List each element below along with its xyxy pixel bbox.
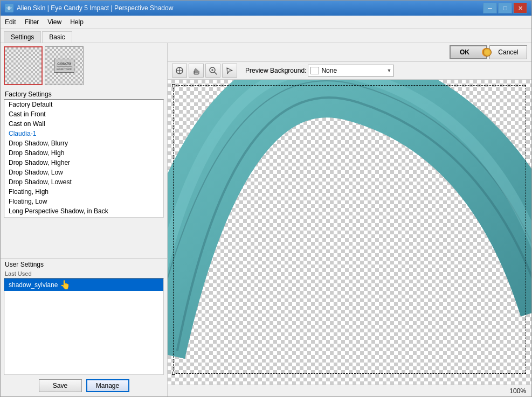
selection-handle-tl <box>172 84 175 87</box>
navigate-tool-icon[interactable] <box>172 64 187 78</box>
tool-row: Preview Background: None ▼ <box>168 62 531 80</box>
ok-cancel-toolbar: OK Cancel <box>168 43 531 62</box>
title-bar: 👁 Alien Skin | Eye Candy 5 Impact | Pers… <box>1 1 531 16</box>
list-item[interactable]: Drop Shadow, Lowest <box>4 177 163 187</box>
right-panel: OK Cancel <box>168 43 531 396</box>
list-item[interactable]: Cast on Wall <box>4 119 163 129</box>
selected-item-label: shadow_sylviane <box>9 281 58 289</box>
preview-bg-label: Preview Background: <box>245 67 306 74</box>
menu-filter[interactable]: Filter <box>20 17 44 27</box>
select-tool-icon[interactable] <box>222 64 237 78</box>
app-icon: 👁 <box>5 4 13 12</box>
preview-canvas <box>168 80 531 385</box>
status-bar: 100% <box>168 385 531 396</box>
cancel-button[interactable]: Cancel <box>489 45 527 59</box>
zoom-tool-icon[interactable] <box>205 64 220 78</box>
pointer-icon: 👆 <box>60 280 71 290</box>
menu-help[interactable]: Help <box>66 17 88 27</box>
after-thumbnail: claudia watermark <box>45 46 84 85</box>
list-item[interactable]: Cast in Front <box>4 109 163 119</box>
zoom-level: 100% <box>509 387 526 395</box>
menu-view[interactable]: View <box>43 17 66 27</box>
selection-handle-bl <box>172 372 175 375</box>
ok-button[interactable]: OK <box>450 45 487 59</box>
user-settings-section: User Settings Last Used shadow_sylviane … <box>1 258 167 375</box>
main-window: 👁 Alien Skin | Eye Candy 5 Impact | Pers… <box>0 0 532 397</box>
before-thumbnail-inner <box>5 47 42 84</box>
select-dropdown-arrow: ▼ <box>386 68 391 73</box>
window-controls: ─ □ ✕ <box>483 3 527 13</box>
hand-tool-icon[interactable] <box>189 64 204 78</box>
user-settings-list[interactable]: shadow_sylviane 👆 <box>4 278 164 375</box>
preview-thumbs: claudia watermark <box>1 43 167 88</box>
minimize-button[interactable]: ─ <box>483 3 497 13</box>
list-item[interactable]: Drop Shadow, High <box>4 148 163 158</box>
factory-settings-label: Factory Settings <box>1 88 167 99</box>
preview-bg-select[interactable]: None ▼ <box>308 65 394 76</box>
after-thumbnail-img: claudia watermark <box>45 47 83 85</box>
title-bar-left: 👁 Alien Skin | Eye Candy 5 Impact | Pers… <box>5 4 173 12</box>
user-settings-label: User Settings <box>1 259 167 269</box>
tabs-bar: Settings Basic <box>1 29 531 43</box>
list-item[interactable]: Long Perspective Shadow, in Back <box>4 206 163 216</box>
list-item[interactable]: Floating, High <box>4 187 163 197</box>
manage-button[interactable]: Manage <box>86 379 129 392</box>
list-item[interactable]: Drop Shadow, Low <box>4 168 163 177</box>
menu-edit[interactable]: Edit <box>1 17 20 27</box>
title-text: Alien Skin | Eye Candy 5 Impact | Perspe… <box>17 4 173 12</box>
list-item[interactable]: Drop Shadow, Higher <box>4 158 163 168</box>
preview-bg-value: None <box>321 67 337 74</box>
factory-settings-list[interactable]: Factory Default Cast in Front Cast on Wa… <box>4 99 164 218</box>
last-used-label: Last Used <box>1 269 167 278</box>
tab-basic[interactable]: Basic <box>42 31 72 43</box>
list-item[interactable]: Drop Shadow, Blurry <box>4 138 163 148</box>
close-button[interactable]: ✕ <box>513 3 527 13</box>
ok-cancel-area: OK Cancel <box>450 45 527 59</box>
preview-image <box>168 80 531 385</box>
menu-bar: Edit Filter View Help <box>1 16 531 29</box>
list-item[interactable]: Floating, Low <box>4 197 163 206</box>
svg-line-4 <box>215 72 217 74</box>
user-list-item-shadow-sylviane[interactable]: shadow_sylviane 👆 <box>4 278 163 291</box>
list-item[interactable]: Claudia-1 <box>4 129 163 138</box>
bottom-buttons: Save Manage <box>1 375 167 396</box>
before-thumbnail <box>4 46 43 85</box>
ok-coin-icon <box>483 48 492 57</box>
main-content: claudia watermark Factory Settings Facto… <box>1 43 531 396</box>
list-item[interactable]: Long Perspective Shadow, in Front <box>4 216 163 218</box>
save-button[interactable]: Save <box>39 379 82 392</box>
factory-settings-section: Factory Settings Factory Default Cast in… <box>1 88 167 256</box>
left-panel: claudia watermark Factory Settings Facto… <box>1 43 168 396</box>
tab-settings[interactable]: Settings <box>4 31 41 43</box>
maximize-button[interactable]: □ <box>498 3 512 13</box>
preview-bg-swatch <box>310 67 319 74</box>
list-item[interactable]: Factory Default <box>4 100 163 109</box>
